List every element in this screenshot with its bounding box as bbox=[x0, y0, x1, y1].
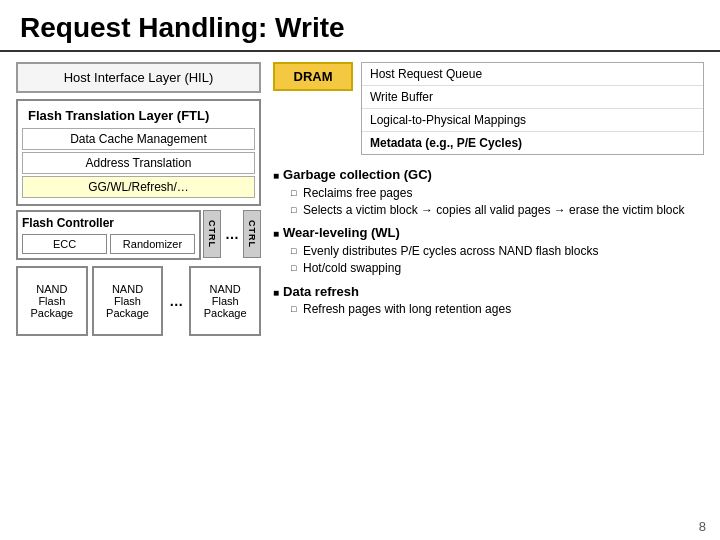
ftl-label: Flash Translation Layer (FTL) bbox=[22, 105, 255, 126]
nand2-line3: Package bbox=[106, 307, 149, 319]
dram-items: Host Request QueueWrite BufferLogical-to… bbox=[361, 62, 704, 155]
dram-item-2: Logical-to-Physical Mappings bbox=[362, 109, 703, 132]
addr-box: Address Translation bbox=[22, 152, 255, 174]
ecc-rand-row: ECC Randomizer bbox=[22, 234, 195, 254]
nand3-line3: Package bbox=[204, 307, 247, 319]
nand2-line1: NAND bbox=[112, 283, 143, 295]
sub-bullets-2: Refresh pages with long retention ages bbox=[291, 301, 704, 318]
ftl-box: Flash Translation Layer (FTL) Data Cache… bbox=[16, 99, 261, 206]
nand1-line2: Flash bbox=[38, 295, 65, 307]
ctrl-bar-2: CTRL bbox=[243, 210, 261, 258]
bullet-section: Garbage collection (GC)Reclaims free pag… bbox=[273, 161, 704, 318]
nand-package-3: NAND Flash Package bbox=[189, 266, 261, 336]
flash-controller-label: Flash Controller bbox=[22, 216, 195, 230]
nand2-line2: Flash bbox=[114, 295, 141, 307]
ctrl-bar-1: CTRL bbox=[203, 210, 221, 258]
rand-box: Randomizer bbox=[110, 234, 195, 254]
nand3-line1: NAND bbox=[210, 283, 241, 295]
dram-item-1: Write Buffer bbox=[362, 86, 703, 109]
gg-box: GG/WL/Refresh/… bbox=[22, 176, 255, 198]
sub-bullet-0-0: Reclaims free pages bbox=[291, 185, 704, 202]
nand-row: NAND Flash Package NAND Flash Package … … bbox=[16, 266, 261, 336]
controller-area: Flash Controller ECC Randomizer CTRL … C… bbox=[16, 210, 261, 260]
nand3-line2: Flash bbox=[212, 295, 239, 307]
page-number: 8 bbox=[699, 519, 706, 534]
dram-item-0: Host Request Queue bbox=[362, 63, 703, 86]
sub-bullet-0-1: Selects a victim block → copies all vali… bbox=[291, 202, 704, 219]
nand1-line3: Package bbox=[30, 307, 73, 319]
bullet-main-2: Data refresh bbox=[273, 282, 704, 302]
sub-bullet-1-1: Hot/cold swapping bbox=[291, 260, 704, 277]
sub-bullets-1: Evenly distributes P/E cycles across NAN… bbox=[291, 243, 704, 278]
right-column: DRAM Host Request QueueWrite BufferLogic… bbox=[273, 62, 704, 336]
left-column: Host Interface Layer (HIL) Flash Transla… bbox=[16, 62, 261, 336]
sub-bullet-1-0: Evenly distributes P/E cycles across NAN… bbox=[291, 243, 704, 260]
hil-box: Host Interface Layer (HIL) bbox=[16, 62, 261, 93]
sub-bullet-2-0: Refresh pages with long retention ages bbox=[291, 301, 704, 318]
dram-box: DRAM bbox=[273, 62, 353, 91]
dram-section: DRAM Host Request QueueWrite BufferLogic… bbox=[273, 62, 704, 155]
flash-controller-box: Flash Controller ECC Randomizer bbox=[16, 210, 201, 260]
ctrl-dots: … bbox=[223, 210, 241, 258]
page-title: Request Handling: Write bbox=[0, 0, 720, 52]
bullet-main-0: Garbage collection (GC) bbox=[273, 165, 704, 185]
dram-item-3: Metadata (e.g., P/E Cycles) bbox=[362, 132, 703, 154]
sub-bullets-0: Reclaims free pagesSelects a victim bloc… bbox=[291, 185, 704, 220]
nand-package-1: NAND Flash Package bbox=[16, 266, 88, 336]
ecc-box: ECC bbox=[22, 234, 107, 254]
nand-dots: … bbox=[167, 266, 185, 336]
bullet-main-1: Wear-leveling (WL) bbox=[273, 223, 704, 243]
dcm-box: Data Cache Management bbox=[22, 128, 255, 150]
nand1-line1: NAND bbox=[36, 283, 67, 295]
nand-package-2: NAND Flash Package bbox=[92, 266, 164, 336]
